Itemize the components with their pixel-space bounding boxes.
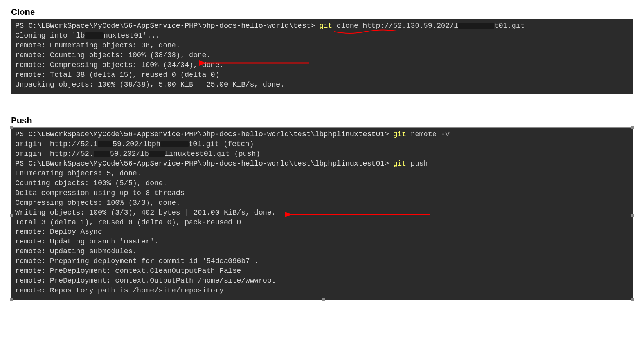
- clone-output-compress: remote: Compressing objects: 100% (34/34…: [15, 61, 629, 70]
- redacted-repo: [160, 141, 189, 147]
- clone-output-cloning: Cloning into 'lbnuxtest01'...: [15, 31, 629, 41]
- git-keyword: git: [319, 22, 332, 30]
- selection-handle: [10, 298, 13, 301]
- selection-handle: [631, 126, 634, 129]
- push-out-total: Total 3 (delta 1), reused 0 (delta 0), p…: [15, 218, 629, 228]
- selection-handle: [10, 126, 13, 129]
- push-origin-fetch: origin http://52.159.202/lbpht01.git (fe…: [15, 140, 629, 150]
- push-prompt-2: PS C:\LBWorkSpace\MyCode\56-AppService-P…: [15, 160, 393, 168]
- terminal-clone: PS C:\LBWorkSpace\MyCode\56-AppService-P…: [11, 19, 633, 94]
- push-out-compress: Compressing objects: 100% (3/3), done.: [15, 198, 629, 208]
- redacted-folder: [85, 32, 104, 39]
- redacted-url-part: [458, 23, 494, 29]
- git-clone-tail: t01.git: [494, 22, 525, 30]
- git-push-args: push: [406, 160, 428, 168]
- clone-output-unpack: Unpacking objects: 100% (38/38), 5.90 Ki…: [15, 80, 629, 90]
- redacted-ip: [98, 141, 113, 147]
- section-title-clone: Clone: [11, 7, 640, 17]
- push-out-submod: remote: Updating submodules.: [15, 247, 629, 257]
- push-remote-v-line: PS C:\LBWorkSpace\MyCode\56-AppService-P…: [15, 130, 629, 140]
- push-out-prep: remote: Preparing deployment for commit …: [15, 257, 629, 267]
- push-out-enum: Enumerating objects: 5, done.: [15, 169, 629, 179]
- clone-prompt: PS C:\LBWorkSpace\MyCode\56-AppService-P…: [15, 22, 319, 30]
- git-remote-args: remote: [406, 130, 441, 139]
- redacted-ip2: [94, 151, 110, 157]
- git-keyword: git: [393, 160, 406, 168]
- section-title-push: Push: [11, 115, 640, 126]
- clone-command-line: PS C:\LBWorkSpace\MyCode\56-AppService-P…: [15, 22, 629, 31]
- clone-output-total: remote: Total 38 (delta 15), reused 0 (d…: [15, 70, 629, 80]
- git-remote-flag: -v: [441, 130, 450, 139]
- push-out-writing: Writing objects: 100% (3/3), 402 bytes |…: [15, 208, 629, 218]
- selection-handle: [322, 298, 325, 301]
- push-out-pre1: remote: PreDeployment: context.CleanOutp…: [15, 267, 629, 276]
- clone-output-enum: remote: Enumerating objects: 38, done.: [15, 41, 629, 51]
- git-clone-args: clone http://52.130.59.202/l: [332, 22, 458, 30]
- push-prompt-1: PS C:\LBWorkSpace\MyCode\56-AppService-P…: [15, 130, 393, 139]
- push-command-line: PS C:\LBWorkSpace\MyCode\56-AppService-P…: [15, 159, 629, 169]
- clone-output-count: remote: Counting objects: 100% (38/38), …: [15, 51, 629, 61]
- redacted-repo2: [149, 151, 165, 157]
- selection-handle: [10, 214, 13, 217]
- push-out-delta: Delta compression using up to 8 threads: [15, 189, 629, 198]
- selection-handle: [631, 214, 634, 217]
- git-keyword: git: [393, 130, 406, 139]
- push-out-deploy: remote: Deploy Async: [15, 227, 629, 237]
- push-out-repo: remote: Repository path is /home/site/re…: [15, 286, 629, 296]
- push-origin-push: origin http://52.59.202/lblinuxtest01.gi…: [15, 150, 629, 159]
- push-out-pre2: remote: PreDeployment: context.OutputPat…: [15, 276, 629, 286]
- selection-handle: [631, 298, 634, 301]
- push-out-branch: remote: Updating branch 'master'.: [15, 237, 629, 247]
- push-out-count: Counting objects: 100% (5/5), done.: [15, 179, 629, 189]
- terminal-push: PS C:\LBWorkSpace\MyCode\56-AppService-P…: [11, 127, 633, 300]
